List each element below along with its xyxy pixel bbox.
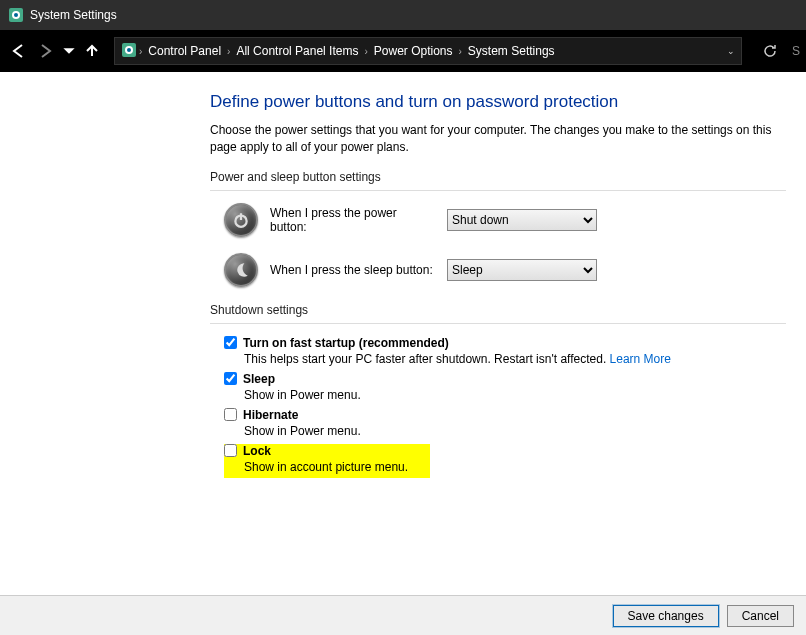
sleep-icon bbox=[224, 253, 258, 287]
divider bbox=[210, 323, 786, 324]
navbar: › Control Panel › All Control Panel Item… bbox=[0, 30, 806, 72]
address-history-dropdown[interactable]: ⌄ bbox=[727, 46, 735, 56]
sleep-sub: Show in Power menu. bbox=[244, 386, 786, 404]
breadcrumb-item[interactable]: Control Panel bbox=[144, 44, 225, 58]
chevron-right-icon: › bbox=[227, 46, 230, 57]
hibernate-checkbox[interactable] bbox=[224, 408, 237, 421]
sleep-checkbox[interactable] bbox=[224, 372, 237, 385]
breadcrumb-item[interactable]: System Settings bbox=[464, 44, 559, 58]
sleep-button-select[interactable]: Sleep bbox=[447, 259, 597, 281]
up-button[interactable] bbox=[80, 39, 104, 63]
lock-row: Lock Show in account picture menu. bbox=[224, 444, 786, 478]
fast-startup-checkbox[interactable] bbox=[224, 336, 237, 349]
power-button-select[interactable]: Shut down bbox=[447, 209, 597, 231]
address-bar[interactable]: › Control Panel › All Control Panel Item… bbox=[114, 37, 742, 65]
forward-button[interactable] bbox=[34, 39, 58, 63]
window-title: System Settings bbox=[30, 8, 117, 22]
main-panel: Define power buttons and turn on passwor… bbox=[210, 72, 786, 478]
app-icon bbox=[8, 7, 24, 23]
svg-point-2 bbox=[14, 13, 18, 17]
fast-startup-label: Turn on fast startup (recommended) bbox=[243, 336, 449, 350]
breadcrumb-item[interactable]: Power Options bbox=[370, 44, 457, 58]
sleep-label: Sleep bbox=[243, 372, 275, 386]
back-button[interactable] bbox=[6, 39, 30, 63]
cancel-button[interactable]: Cancel bbox=[727, 605, 794, 627]
lock-checkbox[interactable] bbox=[224, 444, 237, 457]
svg-point-5 bbox=[127, 48, 131, 52]
address-icon bbox=[121, 42, 137, 61]
recent-dropdown[interactable] bbox=[62, 39, 76, 63]
titlebar: System Settings bbox=[0, 0, 806, 30]
power-button-row: When I press the power button: Shut down bbox=[224, 203, 786, 237]
chevron-right-icon: › bbox=[139, 46, 142, 57]
page-description: Choose the power settings that you want … bbox=[210, 122, 786, 156]
lock-sub: Show in account picture menu. bbox=[244, 458, 408, 476]
fast-startup-sub: This helps start your PC faster after sh… bbox=[244, 352, 610, 366]
chevron-right-icon: › bbox=[459, 46, 462, 57]
sleep-button-row: When I press the sleep button: Sleep bbox=[224, 253, 786, 287]
chevron-right-icon: › bbox=[364, 46, 367, 57]
search-label: S bbox=[792, 44, 800, 58]
breadcrumb-item[interactable]: All Control Panel Items bbox=[232, 44, 362, 58]
hibernate-row: Hibernate Show in Power menu. bbox=[224, 408, 786, 440]
divider bbox=[210, 190, 786, 191]
page-heading: Define power buttons and turn on passwor… bbox=[210, 92, 786, 112]
learn-more-link[interactable]: Learn More bbox=[610, 352, 671, 366]
section-power-sleep-title: Power and sleep button settings bbox=[210, 170, 786, 184]
save-button[interactable]: Save changes bbox=[613, 605, 719, 627]
refresh-button[interactable] bbox=[758, 39, 782, 63]
section-shutdown-title: Shutdown settings bbox=[210, 303, 786, 317]
hibernate-label: Hibernate bbox=[243, 408, 298, 422]
lock-label: Lock bbox=[243, 444, 271, 458]
power-icon bbox=[224, 203, 258, 237]
fast-startup-row: Turn on fast startup (recommended) This … bbox=[224, 336, 786, 368]
sleep-row: Sleep Show in Power menu. bbox=[224, 372, 786, 404]
sleep-button-label: When I press the sleep button: bbox=[270, 263, 435, 277]
buttons-bar: Save changes Cancel bbox=[0, 595, 806, 635]
hibernate-sub: Show in Power menu. bbox=[244, 422, 786, 440]
power-button-label: When I press the power button: bbox=[270, 206, 435, 234]
